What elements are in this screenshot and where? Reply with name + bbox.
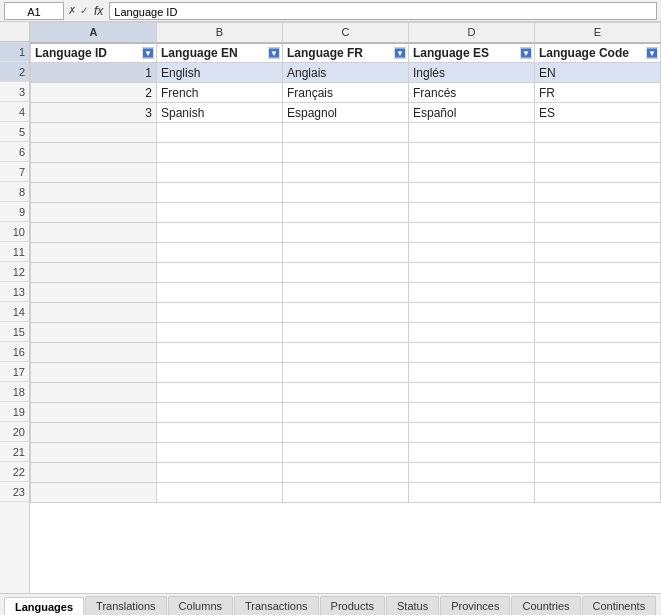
confirm-icon[interactable]: ✓ bbox=[80, 5, 88, 16]
empty-cell[interactable] bbox=[156, 323, 282, 343]
empty-cell[interactable] bbox=[156, 183, 282, 203]
data-cell[interactable]: Francés bbox=[408, 83, 534, 103]
empty-cell[interactable] bbox=[31, 143, 157, 163]
empty-cell[interactable] bbox=[31, 323, 157, 343]
table-row[interactable] bbox=[31, 163, 661, 183]
empty-cell[interactable] bbox=[534, 163, 660, 183]
empty-cell[interactable] bbox=[282, 123, 408, 143]
empty-cell[interactable] bbox=[534, 303, 660, 323]
empty-cell[interactable] bbox=[282, 363, 408, 383]
table-row[interactable] bbox=[31, 403, 661, 423]
empty-cell[interactable] bbox=[31, 443, 157, 463]
table-row[interactable] bbox=[31, 363, 661, 383]
empty-cell[interactable] bbox=[282, 163, 408, 183]
empty-cell[interactable] bbox=[408, 283, 534, 303]
empty-cell[interactable] bbox=[31, 463, 157, 483]
empty-cell[interactable] bbox=[31, 483, 157, 503]
empty-cell[interactable] bbox=[534, 483, 660, 503]
table-row[interactable] bbox=[31, 223, 661, 243]
empty-cell[interactable] bbox=[282, 403, 408, 423]
data-cell[interactable]: French bbox=[156, 83, 282, 103]
empty-cell[interactable] bbox=[534, 243, 660, 263]
empty-cell[interactable] bbox=[408, 243, 534, 263]
empty-cell[interactable] bbox=[408, 143, 534, 163]
empty-cell[interactable] bbox=[31, 203, 157, 223]
empty-cell[interactable] bbox=[156, 443, 282, 463]
empty-cell[interactable] bbox=[408, 463, 534, 483]
empty-cell[interactable] bbox=[534, 143, 660, 163]
empty-cell[interactable] bbox=[282, 263, 408, 283]
empty-cell[interactable] bbox=[282, 463, 408, 483]
empty-cell[interactable] bbox=[156, 283, 282, 303]
empty-cell[interactable] bbox=[408, 343, 534, 363]
data-cell[interactable]: Spanish bbox=[156, 103, 282, 123]
cell-reference-box[interactable]: A1 bbox=[4, 2, 64, 20]
grid-main[interactable]: A B C D E Language ID▼Language EN▼Langua… bbox=[30, 22, 661, 593]
data-cell[interactable]: Français bbox=[282, 83, 408, 103]
empty-cell[interactable] bbox=[156, 243, 282, 263]
data-cell[interactable]: 3 bbox=[31, 103, 157, 123]
empty-cell[interactable] bbox=[156, 223, 282, 243]
empty-cell[interactable] bbox=[282, 223, 408, 243]
empty-cell[interactable] bbox=[156, 143, 282, 163]
empty-cell[interactable] bbox=[408, 383, 534, 403]
empty-cell[interactable] bbox=[534, 343, 660, 363]
empty-cell[interactable] bbox=[156, 483, 282, 503]
empty-cell[interactable] bbox=[282, 443, 408, 463]
empty-cell[interactable] bbox=[282, 183, 408, 203]
data-cell[interactable]: Español bbox=[408, 103, 534, 123]
data-cell[interactable]: Espagnol bbox=[282, 103, 408, 123]
empty-cell[interactable] bbox=[156, 423, 282, 443]
empty-cell[interactable] bbox=[534, 123, 660, 143]
table-row[interactable]: 2FrenchFrançaisFrancésFR bbox=[31, 83, 661, 103]
table-row[interactable] bbox=[31, 263, 661, 283]
empty-cell[interactable] bbox=[408, 403, 534, 423]
col-header-d[interactable]: D bbox=[408, 23, 534, 43]
empty-cell[interactable] bbox=[408, 123, 534, 143]
data-cell[interactable]: FR bbox=[534, 83, 660, 103]
empty-cell[interactable] bbox=[282, 303, 408, 323]
empty-cell[interactable] bbox=[534, 223, 660, 243]
empty-cell[interactable] bbox=[282, 383, 408, 403]
empty-cell[interactable] bbox=[31, 183, 157, 203]
empty-cell[interactable] bbox=[408, 163, 534, 183]
data-cell[interactable]: EN bbox=[534, 63, 660, 83]
formula-input[interactable]: Language ID bbox=[109, 2, 657, 20]
data-cell[interactable]: 2 bbox=[31, 83, 157, 103]
empty-cell[interactable] bbox=[31, 223, 157, 243]
empty-cell[interactable] bbox=[31, 303, 157, 323]
col-header-e[interactable]: E bbox=[534, 23, 660, 43]
empty-cell[interactable] bbox=[408, 223, 534, 243]
empty-cell[interactable] bbox=[408, 203, 534, 223]
empty-cell[interactable] bbox=[534, 363, 660, 383]
table-row[interactable] bbox=[31, 183, 661, 203]
empty-cell[interactable] bbox=[408, 183, 534, 203]
empty-cell[interactable] bbox=[31, 383, 157, 403]
empty-cell[interactable] bbox=[408, 263, 534, 283]
filter-dropdown-icon[interactable]: ▼ bbox=[646, 47, 658, 58]
cancel-icon[interactable]: ✗ bbox=[68, 5, 76, 16]
empty-cell[interactable] bbox=[282, 483, 408, 503]
table-row[interactable] bbox=[31, 463, 661, 483]
table-row[interactable] bbox=[31, 323, 661, 343]
table-row[interactable]: 3SpanishEspagnolEspañolES bbox=[31, 103, 661, 123]
data-cell[interactable]: Inglés bbox=[408, 63, 534, 83]
empty-cell[interactable] bbox=[282, 143, 408, 163]
data-cell[interactable]: Anglais bbox=[282, 63, 408, 83]
empty-cell[interactable] bbox=[408, 363, 534, 383]
tab-provinces[interactable]: Provinces bbox=[440, 596, 510, 615]
table-row[interactable] bbox=[31, 283, 661, 303]
tab-languages[interactable]: Languages bbox=[4, 597, 84, 615]
empty-cell[interactable] bbox=[282, 423, 408, 443]
empty-cell[interactable] bbox=[534, 403, 660, 423]
table-row[interactable] bbox=[31, 383, 661, 403]
empty-cell[interactable] bbox=[156, 303, 282, 323]
data-cell[interactable]: 1 bbox=[31, 63, 157, 83]
empty-cell[interactable] bbox=[534, 443, 660, 463]
table-row[interactable]: 1EnglishAnglaisInglésEN bbox=[31, 63, 661, 83]
tab-continents[interactable]: Continents bbox=[582, 596, 657, 615]
table-row[interactable]: Language ID▼Language EN▼Language FR▼Lang… bbox=[31, 43, 661, 63]
table-row[interactable] bbox=[31, 123, 661, 143]
table-row[interactable] bbox=[31, 483, 661, 503]
empty-cell[interactable] bbox=[31, 163, 157, 183]
